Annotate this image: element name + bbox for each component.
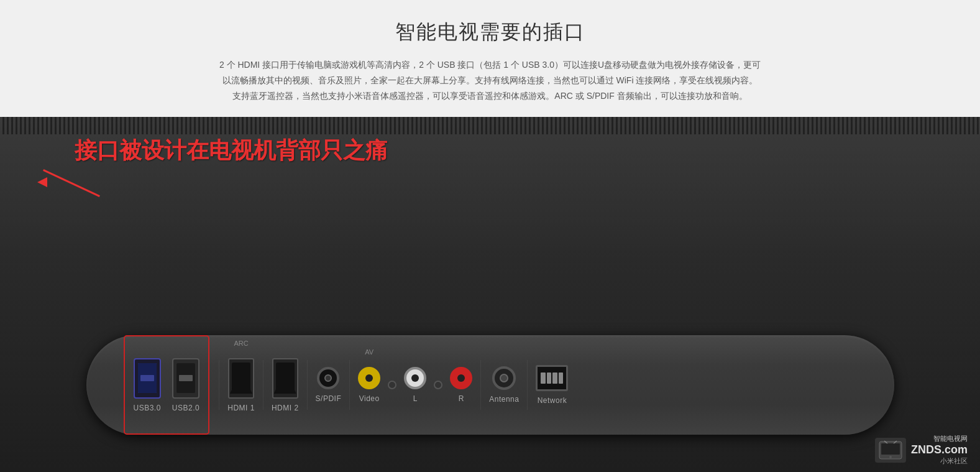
desc-line3: 支持蓝牙遥控器，当然也支持小米语音体感遥控器，可以享受语音遥控和体感游戏。ARC…	[124, 88, 856, 104]
desc-line2: 以流畅播放其中的视频、音乐及照片，全家一起在大屏幕上分享。支持有线网络连接，当然…	[124, 73, 856, 88]
r-rca	[450, 367, 472, 389]
network-group: Network	[531, 335, 573, 435]
text-section: 智能电视需要的插口 2 个 HDMI 接口用于传输电脑或游戏机等高清内容，2 个…	[0, 0, 980, 117]
annotation-area: 接口被设计在电视机背部只之痛	[75, 136, 388, 166]
page-container: 智能电视需要的插口 2 个 HDMI 接口用于传输电脑或游戏机等高清内容，2 个…	[0, 0, 980, 472]
l-group: L	[399, 335, 431, 435]
znds-title: 智能电视网	[933, 434, 968, 443]
network-pin-1	[541, 373, 546, 384]
spdif-label: S/PDIF	[316, 394, 342, 403]
svg-rect-1	[881, 443, 900, 455]
video-rca	[358, 367, 380, 389]
usb2-port: USB2.0	[172, 358, 199, 412]
znds-text-area: 智能电视网 ZNDS.com 小米社区	[911, 434, 968, 466]
port-strip: USB3.0 USB2.0	[86, 335, 894, 435]
svg-point-2	[889, 456, 892, 458]
antenna-inner	[500, 374, 508, 382]
video-wrapper: AV	[358, 367, 380, 389]
usb2-label: USB2.0	[172, 404, 199, 412]
sep3	[307, 360, 308, 410]
dot1	[385, 381, 399, 389]
r-label: R	[459, 394, 464, 403]
hdmi1-wrapper: ARC	[228, 358, 254, 399]
spdif-group: S/PDIF	[311, 335, 347, 435]
desc-line1: 2 个 HDMI 接口用于传输电脑或游戏机等高清内容，2 个 USB 接口（包括…	[124, 57, 856, 73]
hdmi1-inner	[232, 363, 250, 394]
main-title: 智能电视需要的插口	[124, 19, 856, 46]
sep6	[527, 360, 528, 410]
hdmi1-port	[228, 358, 254, 399]
sep4	[349, 360, 350, 410]
l-rca	[404, 367, 426, 389]
hdmi2-port	[272, 358, 298, 399]
watermark: 智能电视网 ZNDS.com 小米社区	[875, 434, 968, 466]
vent-strip	[0, 117, 980, 134]
r-group: R	[445, 335, 477, 435]
znds-domain: ZNDS.com	[911, 443, 968, 456]
spdif-inner	[324, 374, 332, 382]
arc-label: ARC	[234, 340, 248, 347]
video-rca-inner	[365, 374, 373, 382]
usb-pair: USB3.0 USB2.0	[134, 358, 200, 412]
znds-logo-box: 智能电视网 ZNDS.com 小米社区	[875, 434, 968, 466]
usb2-connector	[172, 358, 199, 399]
znds-icon	[875, 438, 906, 463]
network-pin-2	[547, 373, 552, 384]
description: 2 个 HDMI 接口用于传输电脑或游戏机等高清内容，2 个 USB 接口（包括…	[124, 57, 856, 104]
sep1	[219, 360, 219, 410]
znds-sub: 小米社区	[940, 456, 968, 466]
hdmi2-inner	[276, 363, 295, 394]
hdmi1-group: ARC HDMI 1	[222, 335, 260, 435]
tv-panel: 接口被设计在电视机背部只之痛	[0, 117, 980, 472]
network-grid	[541, 373, 563, 384]
usb3-connector	[134, 358, 161, 399]
l-label: L	[413, 394, 418, 403]
video-label: Video	[359, 394, 380, 403]
usb-group: USB3.0 USB2.0	[124, 335, 210, 435]
network-port	[536, 365, 568, 391]
dot-connector-1	[388, 381, 396, 389]
r-rca-inner	[457, 374, 465, 382]
dot-connector-2	[434, 381, 442, 389]
usb2-tab	[179, 375, 193, 381]
arrow-line	[43, 169, 100, 197]
antenna-label: Antenna	[489, 395, 519, 404]
usb3-inner	[138, 363, 157, 393]
antenna-port	[492, 366, 516, 390]
hdmi1-label: HDMI 1	[227, 404, 255, 412]
ports-row: USB3.0 USB2.0	[111, 335, 869, 435]
sep5	[480, 360, 481, 410]
usb2-inner	[176, 363, 195, 393]
antenna-group: Antenna	[484, 335, 524, 435]
l-rca-inner	[411, 374, 419, 382]
sep2	[263, 360, 263, 410]
network-label: Network	[538, 396, 567, 405]
arrow-head	[37, 177, 47, 187]
spdif-port	[317, 367, 339, 389]
av-label: AV	[365, 348, 373, 356]
usb3-port: USB3.0	[134, 358, 161, 412]
dot2	[431, 381, 445, 389]
hdmi2-group: HDMI 2	[267, 335, 304, 435]
annotation-text: 接口被设计在电视机背部只之痛	[75, 136, 388, 166]
usb3-blue-fill	[138, 363, 157, 393]
video-group: AV Video	[353, 335, 385, 435]
network-pin-3	[552, 373, 557, 384]
network-pin-4	[559, 373, 564, 384]
hdmi2-label: HDMI 2	[272, 404, 299, 412]
usb3-label: USB3.0	[134, 404, 161, 412]
